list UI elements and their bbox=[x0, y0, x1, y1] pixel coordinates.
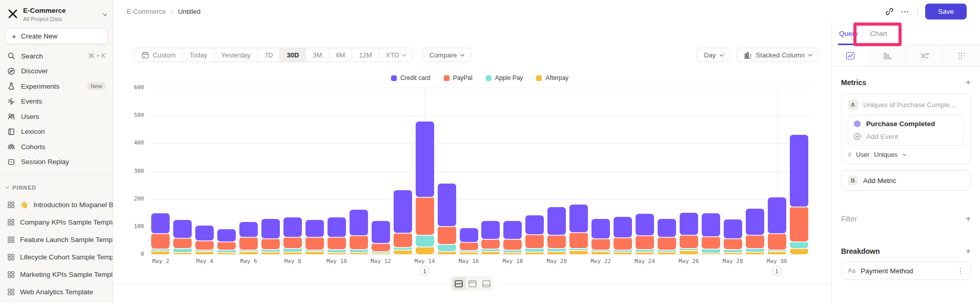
bar-segment[interactable] bbox=[481, 251, 500, 254]
sidebar-item-lexicon[interactable]: Lexicon bbox=[0, 124, 113, 139]
bar-segment[interactable] bbox=[438, 244, 456, 251]
tab-retention[interactable] bbox=[944, 45, 980, 66]
bar-segment[interactable] bbox=[372, 243, 390, 251]
bar-segment[interactable] bbox=[658, 252, 676, 254]
range-custom-button[interactable]: Custom bbox=[135, 48, 182, 62]
share-link-button[interactable] bbox=[882, 4, 897, 19]
bar-segment[interactable] bbox=[283, 217, 302, 237]
bar-segment[interactable] bbox=[636, 252, 654, 254]
sidebar-item-experiments[interactable]: Experiments New bbox=[0, 78, 113, 94]
bar-segment[interactable] bbox=[261, 238, 280, 249]
bar-segment[interactable] bbox=[350, 252, 368, 254]
bar-segment[interactable] bbox=[305, 251, 324, 254]
chart-type-dropdown[interactable]: Stacked Column bbox=[737, 48, 819, 62]
bar-segment[interactable] bbox=[173, 252, 192, 254]
bar-segment[interactable] bbox=[416, 122, 434, 197]
more-options-button[interactable]: ⋯ bbox=[897, 4, 912, 19]
bar-segment[interactable] bbox=[525, 215, 544, 234]
bar-segment[interactable] bbox=[481, 239, 500, 249]
bar-segment[interactable] bbox=[217, 250, 236, 252]
range-7d-button[interactable]: 7D bbox=[257, 48, 280, 62]
bar-segment[interactable] bbox=[195, 240, 214, 249]
bar-segment[interactable] bbox=[547, 235, 566, 248]
bar-segment[interactable] bbox=[614, 237, 632, 250]
bar-segment[interactable] bbox=[525, 248, 544, 252]
pinned-item-feature-launch[interactable]: Feature Launch Sample Template bbox=[0, 231, 113, 248]
layout-split-view-button[interactable] bbox=[452, 277, 465, 290]
granularity-dropdown[interactable]: Day bbox=[697, 48, 730, 62]
add-event-row[interactable]: Add Event bbox=[853, 133, 958, 140]
bar-segment[interactable] bbox=[394, 250, 412, 254]
sidebar-item-cohorts[interactable]: Cohorts bbox=[0, 139, 113, 154]
add-metric-card[interactable]: B Add Metric bbox=[841, 170, 971, 191]
annotation-count-badge[interactable]: 1 bbox=[772, 267, 781, 275]
bar-segment[interactable] bbox=[658, 250, 676, 252]
bar-segment[interactable] bbox=[217, 252, 236, 254]
bar-segment[interactable] bbox=[239, 250, 258, 251]
layout-chart-only-button[interactable] bbox=[465, 277, 479, 290]
bar-segment[interactable] bbox=[547, 248, 566, 251]
bar-segment[interactable] bbox=[350, 249, 368, 252]
sidebar-item-users[interactable]: Users bbox=[0, 109, 113, 124]
bar-segment[interactable] bbox=[305, 220, 324, 237]
bar-segment[interactable] bbox=[305, 250, 324, 251]
range-6m-button[interactable]: 6M bbox=[329, 48, 352, 62]
bar-segment[interactable] bbox=[547, 207, 566, 235]
range-30d-button[interactable]: 30D bbox=[279, 48, 305, 62]
legend-item[interactable]: Credit card bbox=[391, 74, 431, 82]
bar-segment[interactable] bbox=[416, 235, 434, 247]
bar-segment[interactable] bbox=[217, 241, 236, 250]
bar-segment[interactable] bbox=[394, 247, 412, 250]
bar-segment[interactable] bbox=[591, 250, 610, 251]
bar-segment[interactable] bbox=[350, 210, 368, 235]
add-filter-plus-button[interactable]: + bbox=[966, 214, 971, 223]
bar-segment[interactable] bbox=[680, 213, 698, 235]
bar-segment[interactable] bbox=[724, 219, 742, 238]
bar-segment[interactable] bbox=[768, 197, 786, 233]
bar-segment[interactable] bbox=[636, 214, 654, 235]
chart-plot[interactable] bbox=[150, 88, 810, 254]
bar-segment[interactable] bbox=[173, 238, 192, 249]
bar-segment[interactable] bbox=[239, 222, 258, 237]
bar-segment[interactable] bbox=[151, 233, 170, 249]
bar-segment[interactable] bbox=[746, 209, 764, 235]
bar-segment[interactable] bbox=[636, 235, 654, 249]
legend-item[interactable]: PayPal bbox=[444, 74, 473, 82]
pinned-item-lifecycle-cohort[interactable]: Lifecycle Cohort Sample Template bbox=[0, 248, 113, 266]
bar-segment[interactable] bbox=[591, 219, 610, 238]
bar-segment[interactable] bbox=[569, 205, 588, 232]
event-row[interactable]: Purchase Completed bbox=[853, 120, 958, 128]
bar-segment[interactable] bbox=[328, 217, 346, 237]
bar-segment[interactable] bbox=[746, 248, 764, 252]
bar-segment[interactable] bbox=[768, 233, 786, 249]
bar-segment[interactable] bbox=[680, 248, 698, 250]
bar-segment[interactable] bbox=[328, 252, 346, 254]
legend-item[interactable]: Afterpay bbox=[536, 74, 568, 82]
sidebar-item-events[interactable]: Events bbox=[0, 94, 113, 109]
breakdown-card[interactable]: Aa Payment Method ⋮ bbox=[841, 261, 971, 280]
bar-segment[interactable] bbox=[503, 239, 522, 250]
bar-segment[interactable] bbox=[569, 250, 588, 254]
count-type-row[interactable]: # User Uniques bbox=[848, 151, 964, 158]
bar-segment[interactable] bbox=[790, 135, 808, 207]
bar-segment[interactable] bbox=[481, 221, 500, 239]
bar-segment[interactable] bbox=[173, 248, 192, 252]
pinned-item-company-kpis[interactable]: Company KPIs Sample Template bbox=[0, 213, 113, 231]
pinned-item-intro-board[interactable]: 👋 Introduction to Mixpanel Board bbox=[0, 196, 113, 213]
range-xtd-button[interactable]: XTD bbox=[379, 48, 413, 62]
create-new-button[interactable]: + Create New bbox=[5, 28, 108, 44]
bar-segment[interactable] bbox=[372, 251, 390, 253]
tab-insights[interactable] bbox=[832, 45, 869, 66]
range-today-button[interactable]: Today bbox=[182, 48, 214, 62]
bar-segment[interactable] bbox=[195, 250, 214, 251]
bar-segment[interactable] bbox=[460, 228, 478, 242]
sidebar-item-search[interactable]: Search ⌘ + K bbox=[0, 48, 113, 64]
bar-segment[interactable] bbox=[195, 251, 214, 255]
bar-segment[interactable] bbox=[195, 226, 214, 240]
add-metric-plus-button[interactable]: + bbox=[966, 78, 971, 87]
project-switcher[interactable]: E-Commerce All Project Data bbox=[0, 0, 113, 27]
bar-segment[interactable] bbox=[239, 251, 258, 254]
bar-segment[interactable] bbox=[438, 226, 456, 244]
bar-segment[interactable] bbox=[283, 252, 302, 254]
bar-segment[interactable] bbox=[680, 235, 698, 248]
